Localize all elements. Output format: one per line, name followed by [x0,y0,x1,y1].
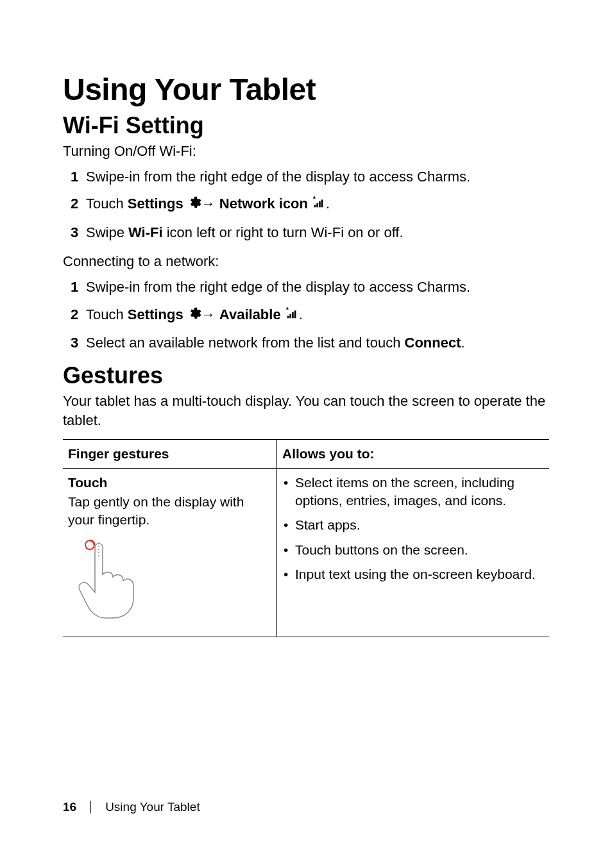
list-item: Start apps. [282,516,544,534]
allows-cell: Select items on the screen, including op… [277,468,549,637]
table-header-col1: Finger gestures [63,439,277,468]
touch-gesture-icon [71,538,271,626]
step-text: → [201,306,219,322]
wifi-connecting-steps: Swipe-in from the right edge of the disp… [63,278,549,353]
step-text: Touch [86,196,128,212]
step-item: Touch Settings → Available *. [63,305,549,326]
step-bold: Settings [128,196,187,212]
table-header-col2: Allows you to: [277,439,549,468]
step-text: . [299,306,303,322]
step-item: Swipe-in from the right edge of the disp… [63,167,549,187]
list-item: Input text using the on-screen keyboard. [282,565,544,583]
step-text: . [461,335,465,351]
page-footer: 16 Using Your Tablet [63,800,200,814]
footer-separator [90,801,91,814]
wifi-connecting-label: Connecting to a network: [63,252,549,271]
page-number: 16 [63,800,76,814]
step-text: Swipe-in from the right edge of the disp… [86,169,470,185]
gesture-name: Touch [68,474,271,492]
svg-rect-6 [289,313,291,317]
gestures-heading: Gestures [63,362,549,389]
gestures-intro: Your tablet has a multi-touch display. Y… [63,392,549,430]
network-icon: * [312,196,326,215]
table-row: Touch Tap gently on the display with you… [63,468,549,637]
gear-icon [187,196,201,215]
allows-list: Select items on the screen, including op… [282,474,544,584]
svg-rect-5 [287,315,289,318]
footer-section: Using Your Tablet [105,800,200,814]
step-item: Swipe-in from the right edge of the disp… [63,278,549,297]
gear-icon [187,306,201,326]
step-text: Swipe-in from the right edge of the disp… [86,279,470,295]
svg-rect-8 [294,310,296,318]
svg-text:*: * [313,196,316,203]
step-text: icon left or right to turn Wi-Fi on or o… [163,224,404,240]
page: Using Your Tablet Wi-Fi Setting Turning … [0,0,612,868]
svg-text:*: * [286,306,289,313]
step-text: Swipe [86,224,128,240]
step-item: Touch Settings → Network icon *. [63,194,549,215]
svg-rect-2 [319,202,321,208]
step-item: Swipe Wi-Fi icon left or right to turn W… [63,223,549,243]
step-bold: Wi-Fi [128,224,163,240]
network-icon: * [285,306,299,326]
step-bold: Available [219,306,285,322]
gestures-table: Finger gestures Allows you to: Touch Tap… [63,439,549,637]
step-text: . [326,196,330,212]
list-item: Touch buttons on the screen. [282,541,544,559]
svg-rect-1 [316,203,318,207]
svg-rect-0 [314,205,316,208]
list-item: Select items on the screen, including op… [282,474,544,510]
gesture-cell: Touch Tap gently on the display with you… [63,468,277,637]
wifi-turning-label: Turning On/Off Wi-Fi: [63,142,549,161]
page-title: Using Your Tablet [63,72,549,107]
svg-rect-3 [321,200,323,208]
step-item: Select an available network from the lis… [63,333,549,353]
step-bold: Network icon [219,196,312,212]
gesture-desc: Tap gently on the display with your fing… [68,493,271,530]
svg-rect-7 [292,312,294,318]
wifi-turning-steps: Swipe-in from the right edge of the disp… [63,167,549,243]
step-bold: Settings [128,306,187,322]
step-bold: Connect [405,335,461,351]
step-text: Touch [86,306,128,322]
step-text: → [201,196,219,212]
wifi-heading: Wi-Fi Setting [63,112,549,139]
step-text: Select an available network from the lis… [86,335,405,351]
